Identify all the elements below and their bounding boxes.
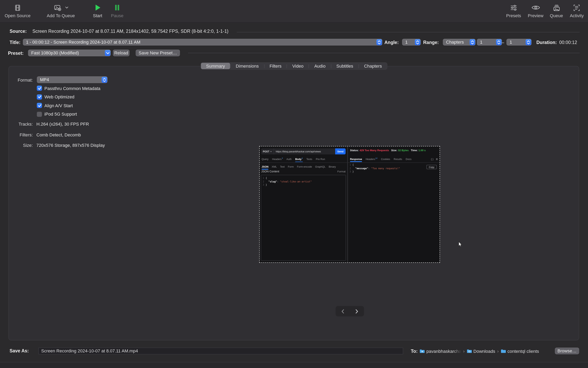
preview-pager [336,306,364,316]
format-label: Format: [8,78,33,83]
reload-button[interactable]: Reload [113,50,130,56]
tab-filters[interactable]: Filters [264,63,287,69]
preset-label: Preset: [8,51,24,55]
range-type-popup[interactable]: Chapters [443,39,476,46]
time-value: 1.00 s [418,149,426,152]
film-strip-icon [14,4,21,12]
req-tab-query: Query [262,158,268,160]
chevron-down-icon[interactable] [65,6,68,9]
req-tab-prerun: Pre Run [316,158,325,160]
start-button[interactable]: Start [93,4,102,18]
request-tabs: Query Headers3 Auth Body1 Tests Pre Run [262,156,346,162]
eye-icon [531,4,540,12]
source-label: Source: [9,29,27,34]
home-folder-icon [420,349,425,353]
response-tabs: Response Headers12 Cookies Results Docs … [350,156,438,162]
size-label: Size: [8,143,33,147]
range-label: Range: [423,40,439,45]
checkbox-icon [37,86,42,91]
duration-label: Duration: [536,40,557,45]
response-body: 1{ 2"message": "Too many requests!" 3} [348,163,440,173]
checkbox-passthru-metadata[interactable]: Passthru Common Metadata [37,85,101,91]
format-popup[interactable]: MP4 [37,76,108,83]
tab-video[interactable]: Video [287,63,309,69]
tab-chapters[interactable]: Chapters [359,63,387,69]
preset-popup[interactable]: Fast 1080p30 (Modified) [28,50,111,56]
url-text: https://blog.pavanbhaskar.com/api/views [274,150,335,153]
pause-button[interactable]: Pause [111,4,123,18]
open-source-button[interactable]: Open Source [5,4,31,18]
preview-request-panel: POST https://blog.pavanbhaskar.com/api/v… [260,147,348,262]
breadcrumb-downloads[interactable]: Downloads [467,349,495,353]
checkbox-web-optimized[interactable]: Web Optimized [37,94,74,100]
queue-button[interactable]: Queue [550,4,563,18]
pause-icon [115,4,120,12]
popup-stepper-icon [415,39,420,45]
presets-button[interactable]: Presets [506,4,521,18]
save-as-input[interactable]: Screen Recording 2024-10-07 at 8.07.11 A… [38,348,403,354]
checkbox-ipod-5g[interactable]: iPod 5G Support [37,111,77,117]
sliders-icon [510,4,518,12]
browse-button[interactable]: Browse… [555,348,579,354]
activity-button[interactable]: Activity [570,4,584,18]
title-label: Title: [9,40,21,45]
tracks-value: H.264 (x264), 30 FPS PFR [37,122,89,126]
url-bar: POST https://blog.pavanbhaskar.com/api/v… [261,148,346,154]
window-bottom-strip [0,362,588,368]
save-new-preset-button[interactable]: Save New Preset… [136,50,180,56]
previous-frame-button[interactable] [336,306,350,316]
format-link: Format [337,170,346,173]
tab-dimensions[interactable]: Dimensions [230,63,264,69]
breadcrumb-contentql-clients[interactable]: contentql clients [501,349,539,353]
angle-popup[interactable]: 1 [402,39,421,46]
req-tab-body: Body1 [295,157,303,161]
req-tab-headers: Headers3 [272,157,283,161]
checkbox-icon [37,103,42,108]
source-value: Screen Recording 2024-10-07 at 8.07.11 A… [32,29,228,34]
popup-stepper-icon [526,39,531,45]
checkbox-icon [37,111,42,117]
handbrake-window: Open Source Add To Queue Start [0,0,588,368]
send-button: Send [335,148,346,154]
preset-separator [188,53,579,53]
bodytype-text: Text [280,165,285,168]
bodytype-xml: XML [272,165,277,168]
resp-tab-cookies: Cookies [381,158,390,160]
add-to-queue-button[interactable]: Add To Queue [47,4,75,18]
source-separator [237,32,579,32]
popup-stepper-icon [470,39,475,45]
req-tab-tests: Tests [306,158,312,160]
next-frame-button[interactable] [350,306,364,316]
popup-stepper-icon [101,77,107,83]
tracks-label: Tracks: [8,122,33,126]
range-to-popup[interactable]: 1 [506,39,532,46]
range-from-popup[interactable]: 1 [477,39,502,46]
size-value: 720x576 Storage, 897x576 Display [37,143,105,147]
mouse-cursor-icon [458,242,462,247]
breadcrumb-home[interactable]: pavanbhaskarcha [420,349,461,353]
filters-label: Filters: [8,132,33,137]
popup-stepper-icon [377,39,382,45]
toolbar [0,0,588,23]
resp-tab-results: Results [394,158,402,160]
photo-stack-icon [552,4,560,12]
title-popup[interactable]: 1 - 00:00:12 - Screen Recording 2024-10-… [23,39,382,46]
tab-summary[interactable]: Summary [201,63,230,69]
duration-value: 00:00:12 [559,40,577,45]
status-value: 429 Too Many Requests [360,149,389,152]
tab-subtitles[interactable]: Subtitles [331,63,358,69]
downloads-folder-icon [467,349,472,353]
checkbox-align-av-start[interactable]: Align A/V Start [37,102,73,108]
json-editor: 1{ 2"slug": "steal-like-an-artist" 3} [261,175,346,261]
resp-tab-docs: Docs [406,158,412,160]
checkbox-icon [37,94,42,99]
activity-log-icon [573,4,581,12]
braces-icon: { } [431,158,433,160]
tab-audio[interactable]: Audio [309,63,331,69]
preview-button[interactable]: Preview [528,4,543,18]
chevron-down-icon [105,50,110,56]
preview-response-panel: Status: 429 Too Many Requests Size: 32 B… [348,147,440,262]
editor-title: JSON Content [261,170,279,173]
resp-tab-response: Response [350,158,362,160]
video-preview-frame: POST https://blog.pavanbhaskar.com/api/v… [259,146,440,263]
